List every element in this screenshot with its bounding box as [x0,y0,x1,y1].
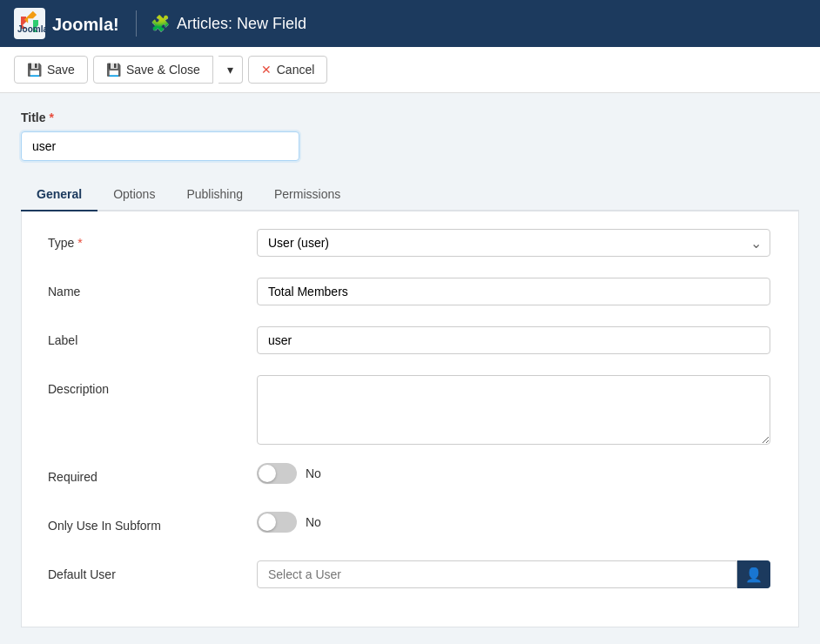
description-control [257,375,770,447]
title-field-label: Title * [21,111,799,124]
required-label: Required [48,463,257,484]
label-label: Label [48,326,257,347]
title-field-group: Title * [21,111,799,161]
user-select-button[interactable]: 👤 [737,560,770,588]
save-button[interactable]: 💾 Save [14,56,88,84]
logo-area: Joomla! Joomla! [14,8,122,39]
main-content: Title * General Options Publishing Permi… [0,93,820,644]
type-required: * [77,236,82,250]
tabs-bar: General Options Publishing Permissions [21,178,799,211]
user-select-input[interactable] [257,560,737,588]
subform-toggle-row: No [257,512,770,533]
type-select-wrapper: User (user) ⌄ [257,229,770,257]
required-toggle-label: No [306,466,321,480]
user-select-wrapper: 👤 [257,560,770,588]
joomla-wordmark: Joomla! [52,8,122,39]
required-control: No [257,463,770,484]
top-navigation: Joomla! Joomla! 🧩 Articles: New Field [0,0,820,47]
toggle-thumb [259,465,276,482]
subform-field-row: Only Use In Subform No [48,512,772,545]
label-input[interactable] [257,326,770,354]
cancel-icon: ✕ [261,63,272,77]
description-textarea[interactable] [257,375,770,445]
save-close-icon: 💾 [106,63,121,77]
type-field-row: Type * User (user) ⌄ [48,229,772,262]
type-label: Type * [48,229,257,250]
required-toggle[interactable] [257,463,297,484]
svg-text:Joomla!: Joomla! [52,15,119,34]
page-title-nav: 🧩 Articles: New Field [151,14,306,33]
required-toggle-row: No [257,463,770,484]
save-icon: 💾 [27,63,42,77]
toggle-thumb-subform [259,513,276,531]
save-label: Save [47,63,75,77]
default-user-field-row: Default User 👤 [48,560,772,594]
cancel-button[interactable]: ✕ Cancel [248,56,328,84]
joomla-logo-icon: Joomla! [14,8,45,39]
save-dropdown-button[interactable]: ▾ [218,56,243,84]
save-close-label: Save & Close [126,63,200,77]
svg-text:Joomla!: Joomla! [17,24,45,34]
puzzle-icon: 🧩 [151,14,170,33]
nav-page-title: Articles: New Field [177,15,306,33]
subform-toggle[interactable] [257,512,297,533]
default-user-control: 👤 [257,560,770,588]
description-label: Description [48,375,257,396]
default-user-label: Default User [48,560,257,581]
toolbar: 💾 Save 💾 Save & Close ▾ ✕ Cancel [0,47,820,93]
description-field-row: Description [48,375,772,447]
subform-control: No [257,512,770,533]
required-indicator: * [49,111,53,124]
nav-divider [136,10,137,37]
tab-general[interactable]: General [21,178,97,211]
type-control: User (user) ⌄ [257,229,770,257]
label-control [257,326,770,354]
subform-label: Only Use In Subform [48,512,257,533]
subform-toggle-label: No [306,515,321,529]
name-field-row: Name [48,278,772,311]
title-input[interactable] [21,131,299,161]
tab-permissions[interactable]: Permissions [259,178,356,211]
name-label: Name [48,278,257,299]
name-input[interactable] [257,278,770,305]
save-close-button[interactable]: 💾 Save & Close [93,56,213,84]
name-control [257,278,770,305]
svg-rect-0 [14,8,45,39]
user-icon: 👤 [745,567,763,583]
chevron-down-icon: ▾ [227,63,233,77]
tab-content-general: Type * User (user) ⌄ Name [21,211,799,627]
tab-publishing[interactable]: Publishing [171,178,259,211]
tab-options[interactable]: Options [97,178,171,211]
cancel-label: Cancel [277,63,315,77]
type-select[interactable]: User (user) [257,229,770,257]
label-field-row: Label [48,326,772,359]
required-field-row: Required No [48,463,772,496]
